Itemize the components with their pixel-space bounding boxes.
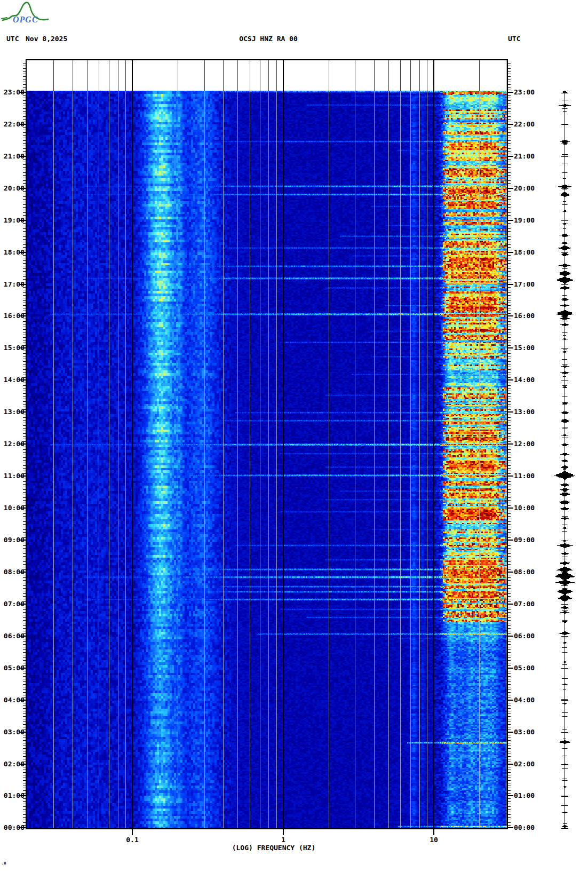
hour-label-right: 01:00 [514,792,541,799]
hour-label-right: 00:00 [514,824,541,831]
time-tick [507,681,511,682]
time-tick [507,423,511,423]
time-tick [507,697,511,698]
time-tick [23,612,27,613]
time-tick [507,481,511,482]
time-tick [23,591,27,591]
time-tick [23,178,27,178]
time-tick [23,553,27,554]
time-tick [507,727,511,727]
time-tick [23,353,27,354]
time-tick [23,170,27,170]
time-tick [507,379,513,380]
hour-label-left: 23:00 [1,89,25,96]
time-tick [507,92,513,93]
time-tick [23,484,27,485]
hour-label-right: 02:00 [514,760,541,768]
time-tick [507,545,511,546]
hour-label-left: 19:00 [1,217,25,224]
time-tick [507,751,511,751]
time-tick [23,340,27,340]
time-tick [23,436,27,437]
time-tick [507,762,511,762]
time-tick [507,228,511,229]
time-tick [507,178,511,178]
time-tick [507,492,511,493]
time-tick [507,612,511,613]
time-tick [23,106,27,106]
time-tick [507,332,511,332]
time-tick [23,463,27,463]
time-tick [507,364,511,364]
time-tick [507,369,511,370]
freq-tick-label: 0.1 [121,836,144,844]
time-tick [23,561,27,562]
time-tick [507,519,511,519]
hour-label-right: 09:00 [514,536,541,544]
time-tick [23,100,27,101]
time-tick [23,108,27,109]
time-tick [507,671,511,671]
time-tick [23,87,27,88]
time-tick [23,564,27,565]
time-tick [507,164,511,165]
time-tick [507,236,511,237]
time-tick [23,770,27,770]
time-tick [23,114,27,114]
time-tick [23,425,27,426]
time-tick [23,780,27,781]
time-tick [507,433,511,434]
hour-label-right: 10:00 [514,504,541,512]
time-tick [507,705,511,706]
time-tick [23,655,27,655]
time-tick [507,801,511,802]
time-tick [23,812,27,812]
time-tick [507,106,511,106]
time-tick [23,305,27,306]
hour-label-right: 18:00 [514,249,541,256]
time-tick [507,788,511,788]
time-tick [507,220,513,221]
time-tick [23,529,27,530]
time-tick [507,447,511,447]
hour-label-right: 22:00 [514,121,541,128]
time-tick [507,798,511,799]
time-tick [23,292,27,293]
time-tick [23,500,27,501]
time-tick [507,556,511,557]
time-tick [507,561,511,562]
time-tick [23,199,27,200]
time-tick [507,71,511,72]
time-tick [507,575,511,575]
time-tick [507,508,513,509]
time-tick [507,505,511,506]
time-tick [23,343,27,343]
time-tick [507,548,511,549]
time-tick [23,487,27,487]
time-tick [23,631,27,631]
time-tick [507,154,511,154]
time-tick [23,778,27,778]
hour-label-left: 14:00 [1,376,25,384]
time-tick [507,695,511,695]
time-tick [23,236,27,237]
time-tick [507,311,511,311]
hour-label-right: 17:00 [514,281,541,288]
time-tick [23,138,27,138]
time-tick [507,300,511,301]
time-tick [507,673,511,674]
time-tick [507,730,511,730]
time-tick [507,218,511,218]
time-tick [23,740,27,741]
time-tick [507,183,511,184]
freq-tick [433,828,434,835]
time-tick [23,513,27,514]
hour-label-left: 09:00 [1,536,25,544]
time-tick [507,551,511,551]
time-tick [507,159,511,160]
time-tick [23,391,27,391]
time-tick [23,268,27,269]
time-tick [23,76,27,77]
time-tick [23,417,27,418]
time-tick [507,577,511,578]
